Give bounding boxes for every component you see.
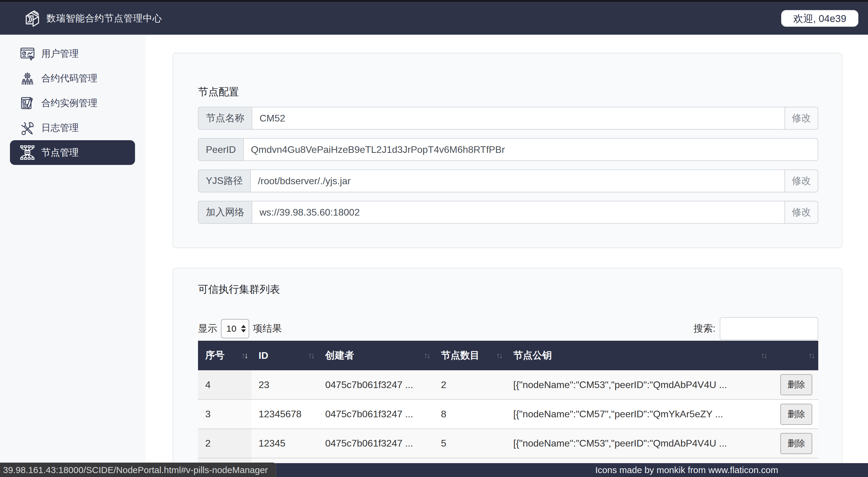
sidebar-nav: 用户管理 合约代码管理 bbox=[0, 35, 146, 477]
browser-status-bar: 39.98.161.43:18000/SCIDE/NodePortal.html… bbox=[0, 463, 276, 477]
modify-node-name-button[interactable]: 修改 bbox=[784, 107, 818, 130]
status-url: 39.98.161.43:18000/SCIDE/NodePortal.html… bbox=[3, 465, 268, 475]
sort-icon: ↑↓ bbox=[496, 351, 502, 360]
search-control: 搜索: bbox=[693, 317, 818, 340]
contract-code-icon bbox=[20, 70, 35, 86]
yjs-path-label: YJS路径 bbox=[198, 170, 250, 192]
page-length-value: 10 bbox=[226, 324, 236, 334]
modify-yjs-path-button[interactable]: 修改 bbox=[784, 170, 818, 192]
cell-id: 12345678 bbox=[251, 399, 318, 429]
sort-icon: ↑↓ bbox=[761, 351, 767, 360]
log-management-icon bbox=[20, 120, 35, 136]
main-content: 节点配置 节点名称 修改 PeerID YJS路径 修改 加入网络 修改 可信执… bbox=[146, 35, 868, 477]
cell-creator: 0475c7b061f3247 ... bbox=[318, 370, 434, 399]
sort-icon: ↑↓ bbox=[241, 351, 247, 360]
user-management-icon bbox=[20, 46, 35, 61]
app-logo-icon bbox=[24, 8, 41, 28]
node-config-card: 节点配置 节点名称 修改 PeerID YJS路径 修改 加入网络 修改 bbox=[173, 53, 842, 248]
join-network-row: 加入网络 修改 bbox=[198, 201, 818, 224]
sort-icon: ↑↓ bbox=[308, 351, 314, 360]
peer-id-label: PeerID bbox=[198, 138, 243, 161]
sidebar-item-label: 日志管理 bbox=[41, 121, 79, 134]
peer-id-row: PeerID bbox=[198, 138, 818, 161]
welcome-user-button[interactable]: 欢迎, 04e39 bbox=[781, 10, 858, 27]
delete-button[interactable]: 删除 bbox=[780, 404, 812, 425]
cell-id: 12345 bbox=[251, 429, 318, 458]
yjs-path-input[interactable] bbox=[250, 170, 785, 192]
node-name-row: 节点名称 修改 bbox=[198, 107, 818, 130]
cell-node-pubkey: [{"nodeName":"CM53","peerID":"QmdAbP4V4U… bbox=[506, 429, 771, 458]
header-id[interactable]: ID ↑↓ bbox=[251, 341, 318, 370]
app-title: 数瑞智能合约节点管理中心 bbox=[46, 12, 162, 25]
sidebar-item-user-management[interactable]: 用户管理 bbox=[10, 41, 135, 66]
node-name-input[interactable] bbox=[252, 107, 785, 130]
sidebar-item-contract-code[interactable]: 合约代码管理 bbox=[10, 66, 135, 91]
icons-credit: Icons made by monkik from www.flaticon.c… bbox=[595, 463, 778, 477]
page-length-select[interactable]: 10 bbox=[221, 319, 249, 338]
cell-node-count: 5 bbox=[434, 429, 506, 458]
cell-creator: 0475c7b061f3247 ... bbox=[318, 399, 434, 429]
sidebar-item-label: 合约代码管理 bbox=[41, 72, 97, 85]
cluster-list-card: 可信执行集群列表 显示 10 项结果 搜索: 序号 bbox=[173, 268, 842, 477]
search-label: 搜索: bbox=[693, 322, 715, 335]
table-header-row: 序号 ↑↓ ID ↑↓ 创建者 ↑↓ 节点数目 ↑↓ bbox=[198, 341, 818, 370]
node-name-label: 节点名称 bbox=[198, 107, 252, 130]
join-network-label: 加入网络 bbox=[198, 201, 252, 224]
join-network-input[interactable] bbox=[252, 201, 785, 224]
cell-node-count: 2 bbox=[434, 370, 506, 399]
delete-button[interactable]: 删除 bbox=[780, 374, 812, 395]
cell-seq: 4 bbox=[198, 370, 251, 399]
brand: 数瑞智能合约节点管理中心 bbox=[24, 8, 162, 28]
sort-icon: ↑↓ bbox=[808, 351, 814, 360]
sidebar-item-contract-instance[interactable]: 合约实例管理 bbox=[10, 91, 135, 116]
cell-node-pubkey: [{"nodeName":"CM57","peerID":"QmYkAr5eZY… bbox=[506, 399, 771, 429]
header-creator[interactable]: 创建者 ↑↓ bbox=[318, 341, 434, 370]
cluster-list-title: 可信执行集群列表 bbox=[198, 282, 817, 296]
sidebar-item-label: 合约实例管理 bbox=[41, 97, 97, 110]
table-controls: 显示 10 项结果 搜索: bbox=[198, 317, 818, 340]
peer-id-input[interactable] bbox=[243, 138, 818, 161]
cell-node-count: 8 bbox=[434, 399, 506, 429]
yjs-path-row: YJS路径 修改 bbox=[198, 170, 818, 192]
search-input[interactable] bbox=[720, 317, 818, 340]
modify-join-network-button[interactable]: 修改 bbox=[784, 201, 818, 224]
sort-icon: ↑↓ bbox=[424, 351, 430, 360]
sidebar-item-label: 用户管理 bbox=[41, 47, 79, 60]
cell-node-pubkey: [{"nodeName":"CM53","peerID":"QmdAbP4V4U… bbox=[506, 370, 771, 399]
cell-id: 23 bbox=[251, 370, 318, 399]
show-label: 显示 bbox=[198, 322, 217, 335]
node-config-title: 节点配置 bbox=[198, 85, 817, 98]
window-top-strip bbox=[0, 0, 868, 2]
header-seq[interactable]: 序号 ↑↓ bbox=[198, 341, 251, 370]
cell-seq: 3 bbox=[198, 399, 251, 429]
cluster-table: 序号 ↑↓ ID ↑↓ 创建者 ↑↓ 节点数目 ↑↓ bbox=[198, 341, 818, 477]
top-navbar: 数瑞智能合约节点管理中心 欢迎, 04e39 bbox=[0, 2, 868, 35]
length-control: 显示 10 项结果 bbox=[198, 319, 282, 338]
table-row: 4 23 0475c7b061f3247 ... 2 [{"nodeName":… bbox=[198, 370, 818, 399]
sidebar-item-node-management[interactable]: 节点管理 bbox=[10, 140, 135, 165]
node-management-icon bbox=[20, 145, 35, 160]
header-node-count[interactable]: 节点数目 ↑↓ bbox=[434, 341, 506, 370]
results-label: 项结果 bbox=[253, 322, 282, 335]
contract-instance-icon bbox=[20, 95, 35, 111]
table-row: 3 12345678 0475c7b061f3247 ... 8 [{"node… bbox=[198, 399, 818, 429]
header-node-pubkey[interactable]: 节点公钥 ↑↓ bbox=[506, 341, 771, 370]
select-stepper-icon bbox=[241, 325, 246, 333]
sidebar-item-log-management[interactable]: 日志管理 bbox=[10, 116, 135, 140]
cell-creator: 0475c7b061f3247 ... bbox=[318, 429, 434, 458]
delete-button[interactable]: 删除 bbox=[780, 433, 812, 454]
header-actions[interactable]: ↑↓ bbox=[771, 341, 818, 370]
cell-seq: 2 bbox=[198, 429, 251, 458]
table-row: 2 12345 0475c7b061f3247 ... 5 [{"nodeNam… bbox=[198, 429, 818, 458]
sidebar-item-label: 节点管理 bbox=[41, 146, 79, 159]
